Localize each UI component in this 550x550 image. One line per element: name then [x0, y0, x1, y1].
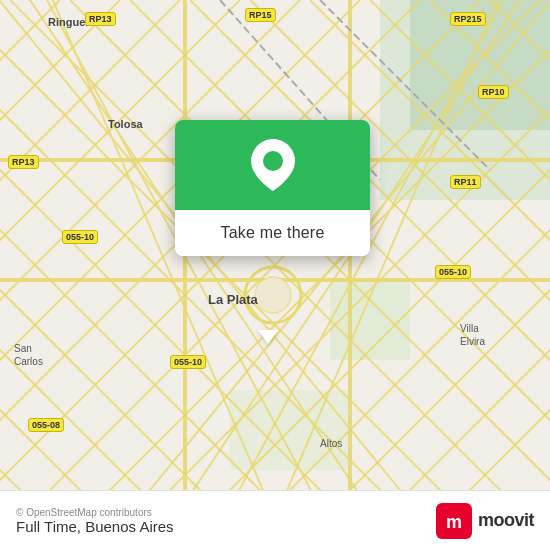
svg-point-54 [263, 151, 283, 171]
bottom-left: © OpenStreetMap contributors Full Time, … [16, 507, 174, 535]
label-san-carlos: SanCarlos [14, 342, 43, 368]
label-villa-elvira: VillaElvira [460, 322, 485, 348]
svg-text:m: m [446, 512, 462, 532]
road-badge-rp11: RP11 [450, 175, 481, 189]
road-badge-rp13-top: RP13 [85, 12, 116, 26]
popup-card: Take me there [175, 120, 370, 256]
moovit-logo: m moovit [436, 503, 534, 539]
popup-tail [258, 330, 278, 344]
road-badge-rp215: RP215 [450, 12, 486, 26]
label-altos: Altos [320, 438, 342, 449]
road-badge-055-10-bottom: 055-10 [170, 355, 206, 369]
map-container: RP13 RP15 RP215 RP10 RP11 RP13 055-10 05… [0, 0, 550, 490]
label-la-plata: La Plata [208, 292, 258, 307]
moovit-icon: m [436, 503, 472, 539]
road-badge-055-10-mid: 055-10 [62, 230, 98, 244]
bottom-bar: © OpenStreetMap contributors Full Time, … [0, 490, 550, 550]
road-badge-055-10-right: 055-10 [435, 265, 471, 279]
location-text: Full Time, Buenos Aires [16, 518, 174, 535]
road-badge-rp13-left: RP13 [8, 155, 39, 169]
svg-rect-3 [330, 280, 410, 360]
label-tolosa: Tolosa [108, 118, 143, 130]
svg-point-53 [255, 277, 291, 313]
moovit-text: moovit [478, 510, 534, 531]
road-badge-055-08: 055-08 [28, 418, 64, 432]
copyright-text: © OpenStreetMap contributors [16, 507, 174, 518]
location-pin-icon [251, 139, 295, 191]
road-badge-rp15: RP15 [245, 8, 276, 22]
popup-header [175, 120, 370, 210]
take-me-there-button[interactable]: Take me there [175, 210, 370, 256]
road-badge-rp10: RP10 [478, 85, 509, 99]
